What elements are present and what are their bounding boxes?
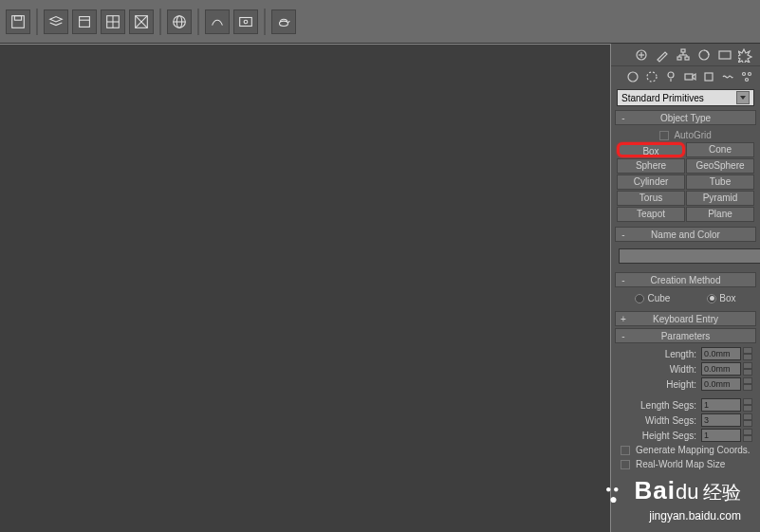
width-segs-label: Width Segs: <box>619 415 699 426</box>
create-tab-icon[interactable] <box>633 46 650 64</box>
radio-icon <box>635 294 644 303</box>
name-color-header[interactable]: - Name and Color <box>615 227 756 242</box>
svg-point-36 <box>749 73 751 76</box>
display-tab-icon[interactable] <box>716 46 733 64</box>
separator <box>159 9 161 35</box>
width-label: Width: <box>619 364 699 375</box>
svg-rect-20 <box>681 49 685 52</box>
torus-button[interactable]: Torus <box>617 191 685 206</box>
minus-icon: - <box>618 273 629 286</box>
length-segs-spinner[interactable] <box>743 398 752 412</box>
object-type-rollout: - Object Type AutoGrid Box Cone Sphere G… <box>615 110 756 225</box>
height-segs-label: Height Segs: <box>619 431 699 441</box>
systems-icon[interactable] <box>739 69 754 84</box>
autogrid-checkbox[interactable] <box>659 131 669 140</box>
svg-rect-1 <box>14 15 21 20</box>
geometry-icon[interactable] <box>625 69 640 84</box>
svg-point-37 <box>746 79 749 82</box>
height-input[interactable] <box>701 377 741 391</box>
object-type-header[interactable]: - Object Type <box>615 110 756 125</box>
sphere-button[interactable]: Sphere <box>617 158 685 174</box>
command-panel: Standard Primitives - Object Type AutoGr… <box>611 44 760 532</box>
svg-rect-2 <box>80 16 90 27</box>
name-color-rollout: - Name and Color <box>615 227 756 270</box>
length-spinner[interactable] <box>743 347 752 360</box>
svg-point-30 <box>647 72 657 82</box>
keyboard-entry-header[interactable]: + Keyboard Entry <box>615 311 756 326</box>
length-segs-input[interactable] <box>701 398 741 412</box>
height-segs-input[interactable] <box>701 429 741 442</box>
width-input[interactable] <box>701 362 741 376</box>
cube-radio[interactable]: Cube <box>635 293 670 303</box>
top-toolbar <box>0 0 760 44</box>
gen-coords-check[interactable]: Generate Mapping Coords. <box>617 443 754 457</box>
tool-box[interactable] <box>72 9 97 34</box>
plane-button[interactable]: Plane <box>686 207 754 222</box>
radio-label: Box <box>719 293 735 303</box>
tool-wireframe[interactable] <box>129 9 154 34</box>
width-segs-input[interactable] <box>701 413 741 427</box>
cameras-icon[interactable] <box>682 69 697 84</box>
minus-icon: - <box>618 228 629 241</box>
svg-rect-28 <box>719 51 731 59</box>
spacewarps-icon[interactable] <box>720 69 735 84</box>
creation-method-rollout: - Creation Method Cube Box <box>615 272 756 309</box>
rollout-title: Object Type <box>660 113 711 123</box>
real-world-check[interactable]: Real-World Map Size <box>617 457 754 471</box>
minus-icon: - <box>618 111 629 124</box>
tool-render[interactable] <box>233 9 258 34</box>
cone-button[interactable]: Cone <box>686 142 754 157</box>
parameters-header[interactable]: - Parameters <box>615 328 756 343</box>
tool-layers[interactable] <box>44 9 68 34</box>
hierarchy-tab-icon[interactable] <box>675 46 692 64</box>
motion-tab-icon[interactable] <box>695 46 713 64</box>
dropdown-label: Standard Primitives <box>621 93 704 103</box>
object-name-input[interactable] <box>619 248 760 264</box>
radio-label: Cube <box>647 293 670 303</box>
rollout-title: Name and Color <box>651 229 720 240</box>
tool-spline[interactable] <box>205 9 230 34</box>
length-input[interactable] <box>701 347 741 360</box>
checkbox-icon <box>621 460 630 469</box>
tool-save[interactable] <box>6 9 30 34</box>
length-segs-label: Length Segs: <box>619 400 699 411</box>
height-label: Height: <box>619 379 699 390</box>
svg-rect-22 <box>685 57 689 60</box>
subcategory-bar <box>611 66 760 87</box>
svg-point-14 <box>244 20 248 24</box>
check-label: Generate Mapping Coords. <box>636 445 751 455</box>
viewport[interactable] <box>0 44 611 532</box>
parameters-rollout: - Parameters Length: Width: Height: <box>615 328 756 474</box>
utilities-tab-icon[interactable] <box>737 46 754 64</box>
lights-icon[interactable] <box>663 69 678 84</box>
checkbox-icon <box>621 446 630 455</box>
cylinder-button[interactable]: Cylinder <box>617 174 685 190</box>
width-spinner[interactable] <box>743 362 752 376</box>
autogrid-label: AutoGrid <box>674 130 711 140</box>
teapot-button[interactable]: Teapot <box>617 207 685 222</box>
rollout-title: Parameters <box>661 331 711 341</box>
separator <box>36 9 38 35</box>
autogrid-row: AutoGrid <box>617 128 754 142</box>
box-radio[interactable]: Box <box>707 293 735 303</box>
chevron-down-icon <box>736 91 750 104</box>
pyramid-button[interactable]: Pyramid <box>686 191 754 206</box>
svg-line-16 <box>288 21 290 23</box>
tool-globe[interactable] <box>167 9 192 34</box>
geosphere-button[interactable]: GeoSphere <box>686 158 754 174</box>
modify-tab-icon[interactable] <box>654 46 671 64</box>
shapes-icon[interactable] <box>644 69 659 84</box>
primitive-dropdown[interactable]: Standard Primitives <box>617 89 754 106</box>
svg-rect-0 <box>12 15 25 28</box>
tool-grid[interactable] <box>101 9 125 34</box>
height-segs-spinner[interactable] <box>743 429 752 442</box>
width-segs-spinner[interactable] <box>743 413 752 427</box>
tool-teapot[interactable] <box>271 9 296 34</box>
helpers-icon[interactable] <box>701 69 716 84</box>
height-spinner[interactable] <box>743 377 752 391</box>
creation-method-header[interactable]: - Creation Method <box>615 272 756 287</box>
box-button[interactable]: Box <box>617 142 685 157</box>
tube-button[interactable]: Tube <box>686 174 754 190</box>
svg-point-29 <box>628 72 638 82</box>
separator <box>264 9 266 35</box>
